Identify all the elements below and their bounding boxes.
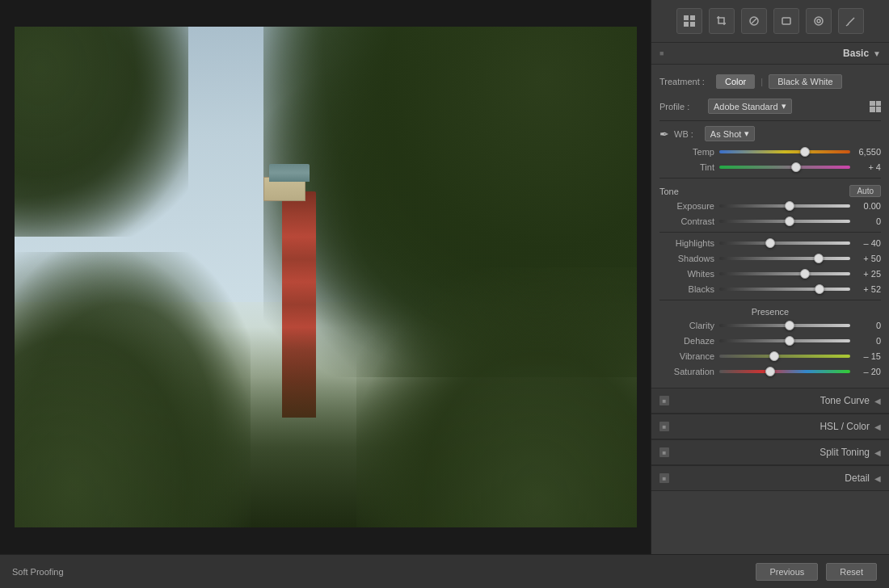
dehaze-slider-container[interactable] [719,335,850,346]
treatment-row: Treatment : Color | Black & White [659,71,881,92]
contrast-slider-row: Contrast 0 [659,216,881,227]
svg-point-8 [817,19,820,23]
saturation-slider-row: Saturation – 20 [659,366,881,377]
shadows-handle[interactable] [814,254,824,263]
tone-divider [659,178,881,178]
svg-rect-3 [690,22,695,27]
tint-handle[interactable] [791,162,801,172]
treatment-options: Color | Black & White [716,74,842,89]
clarity-slider-row: Clarity 0 [659,320,881,331]
vibrance-handle[interactable] [769,351,779,361]
hsl-title: HSL / Color [676,421,870,432]
saturation-handle[interactable] [765,367,775,376]
treatment-color-btn[interactable]: Color [716,74,755,89]
blacks-label: Blacks [659,284,714,294]
contrast-label: Contrast [659,216,714,226]
whites-slider-container[interactable] [719,268,850,279]
tint-slider-container[interactable] [719,162,850,173]
blacks-slider-row: Blacks + 52 [659,284,881,295]
profile-grid-btn[interactable] [870,101,881,112]
redeye-icon[interactable] [773,8,799,34]
contrast-handle[interactable] [785,216,794,226]
basic-panel-header[interactable]: ■ Basic ▼ [651,43,889,65]
saturation-slider-container[interactable] [719,366,850,377]
shadows-slider-container[interactable] [719,253,850,264]
shadows-value: + 50 [855,254,881,263]
svg-line-9 [848,18,854,24]
treatment-bw-btn[interactable]: Black & White [769,74,841,89]
crop-icon[interactable] [709,8,735,34]
vibrance-slider-row: Vibrance – 15 [659,351,881,362]
highlights-divider [659,232,881,233]
blacks-track [719,288,850,291]
dehaze-value: 0 [855,336,881,346]
clarity-track [719,324,850,327]
temp-slider-row: Temp 6,550 [659,146,881,158]
wb-eyedropper-icon[interactable]: ✒ [659,128,669,141]
adjustment-brush-icon[interactable] [838,8,864,34]
basic-panel-content: Treatment : Color | Black & White Profil… [651,65,889,388]
whites-handle[interactable] [800,269,810,279]
vibrance-label: Vibrance [659,351,714,361]
tone-curve-panel[interactable]: ■ Tone Curve ◀ [651,388,889,414]
contrast-slider-container[interactable] [719,216,850,227]
hsl-arrow: ◀ [874,422,881,431]
saturation-label: Saturation [659,367,714,376]
spot-removal-icon[interactable] [741,8,767,34]
exposure-handle[interactable] [785,201,794,211]
split-toning-toggle: ■ [659,447,669,457]
temp-slider-container[interactable] [719,146,850,158]
tone-curve-arrow: ◀ [874,397,881,405]
photo-canvas [15,27,637,527]
profile-row: Profile : Adobe Standard ▾ [659,99,881,114]
detail-panel[interactable]: ■ Detail ◀ [651,465,889,491]
wb-select[interactable]: As Shot ▾ [705,126,756,141]
vibrance-slider-container[interactable] [719,351,850,362]
highlights-handle[interactable] [765,238,775,248]
panel-toolbar [651,0,889,43]
clarity-slider-container[interactable] [719,320,850,331]
grid-icon[interactable] [676,8,702,34]
temp-value: 6,550 [855,147,881,157]
svg-point-7 [815,17,823,25]
clarity-handle[interactable] [785,321,794,330]
tint-slider-row: Tint + 4 [659,162,881,173]
split-toning-panel[interactable]: ■ Split Toning ◀ [651,439,889,465]
previous-btn[interactable]: Previous [756,563,818,581]
highlights-slider-container[interactable] [719,237,850,249]
tone-curve-title: Tone Curve [676,395,870,406]
hsl-panel[interactable]: ■ HSL / Color ◀ [651,414,889,439]
blacks-slider-container[interactable] [719,284,850,295]
contrast-track [719,220,850,223]
svg-line-5 [752,19,756,23]
exposure-label: Exposure [659,201,714,211]
right-panel: ■ Basic ▼ Treatment : Color | Black & Wh… [651,0,889,554]
vibrance-track [719,355,850,358]
dehaze-label: Dehaze [659,336,714,346]
presence-divider [659,300,881,300]
radial-filter-icon[interactable] [806,8,832,34]
treatment-divider: | [760,77,763,86]
tree-bottom-left [15,252,251,527]
saturation-track [719,370,850,373]
bottom-bar: Soft Proofing Previous Reset [0,554,889,588]
wb-label: WB : [674,129,693,139]
highlights-label: Highlights [659,238,714,248]
profile-value: Adobe Standard [714,102,778,111]
temp-handle[interactable] [800,147,810,157]
dehaze-handle[interactable] [785,336,794,346]
treatment-label: Treatment : [659,77,716,86]
svg-rect-1 [690,15,695,20]
reset-btn[interactable]: Reset [826,563,877,581]
temp-label: Temp [659,147,714,157]
clarity-label: Clarity [659,321,714,330]
contrast-value: 0 [855,216,881,226]
blacks-handle[interactable] [815,284,824,294]
lighthouse-lantern [269,164,310,182]
highlights-track [719,242,850,245]
auto-btn[interactable]: Auto [849,185,881,197]
tone-label: Tone [659,187,679,196]
exposure-slider-container[interactable] [719,200,850,212]
presence-label: Presence [659,307,881,317]
profile-select[interactable]: Adobe Standard ▾ [708,99,792,114]
